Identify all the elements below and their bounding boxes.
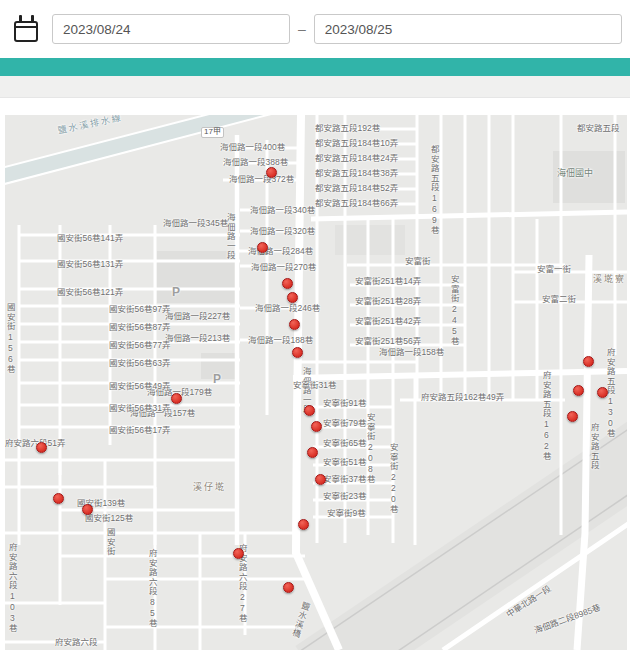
street-label: 府安路五段162巷49弄 bbox=[421, 393, 504, 402]
street-label: 安富街 bbox=[405, 257, 431, 266]
street-label: 安寧街220巷 bbox=[388, 443, 397, 514]
calendar-icon[interactable] bbox=[14, 21, 38, 42]
badge-label: 17甲 bbox=[201, 127, 224, 138]
street-label: 都安路五段184巷38弄 bbox=[315, 169, 398, 178]
street-label: 國安街56巷141弄 bbox=[57, 234, 123, 243]
map-marker[interactable] bbox=[287, 292, 298, 303]
street-label: 安富一街 bbox=[537, 265, 571, 274]
street-label: 海佃路一段 bbox=[225, 213, 234, 261]
map-marker[interactable] bbox=[171, 393, 182, 404]
map-marker[interactable] bbox=[266, 167, 277, 178]
street-label: 安寧街23巷 bbox=[323, 492, 366, 501]
street-label: 安富街251巷56弄 bbox=[355, 337, 421, 346]
parking-icon: P bbox=[172, 285, 180, 299]
school-label: 海佃國中 bbox=[557, 169, 593, 179]
street-label: 國安街125巷 bbox=[85, 514, 133, 523]
progress-bar bbox=[0, 58, 630, 76]
street-label: 國安街56巷31弄 bbox=[109, 404, 170, 413]
toolbar-strip bbox=[0, 76, 630, 98]
street-label: 海佃路一段213巷 bbox=[165, 334, 230, 343]
map-marker[interactable] bbox=[289, 319, 300, 330]
street-label: 安寧街9巷 bbox=[327, 509, 366, 518]
map-marker[interactable] bbox=[292, 347, 303, 358]
map-marker[interactable] bbox=[283, 582, 294, 593]
map-marker[interactable] bbox=[282, 278, 293, 289]
street-label: 國安街56巷97弄 bbox=[109, 305, 170, 314]
street-label: 國安街56巷87弄 bbox=[109, 323, 170, 332]
street-label: 府安路五段 bbox=[589, 423, 598, 471]
map-marker[interactable] bbox=[257, 242, 268, 253]
parking-icon: P bbox=[213, 372, 221, 386]
street-label: 安寧街91巷 bbox=[323, 399, 366, 408]
map-overlay: 鹽水溪排水線17甲海佃路一段400巷海佃路一段388巷海佃路一段372巷都安路五… bbox=[5, 115, 627, 650]
place-label: 溪墘寮 bbox=[593, 275, 626, 285]
street-label: 海佃路一段246巷 bbox=[255, 304, 320, 313]
end-date-input[interactable] bbox=[314, 14, 622, 44]
street-label: 國安街156巷 bbox=[5, 303, 14, 374]
street-label: 府安路六段 bbox=[55, 638, 98, 647]
street-label: 海佃路一段270巷 bbox=[251, 263, 316, 272]
map-marker[interactable] bbox=[583, 356, 594, 367]
start-date-input[interactable] bbox=[52, 14, 290, 44]
street-label: 安富街251巷14弄 bbox=[355, 277, 421, 286]
map-marker[interactable] bbox=[315, 474, 326, 485]
street-label: 海佃路一段158巷 bbox=[379, 348, 444, 357]
street-label: 都安路五段184巷24弄 bbox=[315, 154, 398, 163]
street-label: 府安路五段162巷 bbox=[541, 371, 550, 461]
street-label: 安寧街31巷 bbox=[293, 381, 336, 390]
street-label: 都安路五段184巷66弄 bbox=[315, 199, 398, 208]
map-marker[interactable] bbox=[567, 411, 578, 422]
street-label: 海佃路一段400巷 bbox=[220, 143, 285, 152]
street-label: 安富街245巷 bbox=[449, 275, 458, 346]
map-marker[interactable] bbox=[298, 519, 309, 530]
street-label: 都安路五段169巷 bbox=[429, 145, 438, 235]
street-label: 安寧街51巷 bbox=[323, 458, 366, 467]
street-label: 安富街251巷42弄 bbox=[355, 317, 421, 326]
place-label: 溪仔墘 bbox=[193, 483, 226, 493]
street-label: 國安街 bbox=[105, 528, 114, 557]
map-marker[interactable] bbox=[307, 447, 318, 458]
street-label: 海佃路一段227巷 bbox=[165, 312, 230, 321]
water-label: 鹽水溪排水線 bbox=[57, 115, 124, 137]
map-marker[interactable] bbox=[53, 493, 64, 504]
street-label: 國安街56巷17弄 bbox=[109, 426, 170, 435]
map-marker[interactable] bbox=[311, 421, 322, 432]
street-label: 都安路五段 bbox=[577, 124, 620, 133]
street-label: 安寧街79巷 bbox=[323, 419, 366, 428]
street-label: 國安街56巷63弄 bbox=[109, 359, 170, 368]
street-label: 府安路六段85巷 bbox=[147, 549, 156, 628]
map-marker[interactable] bbox=[597, 387, 608, 398]
street-label: 都安路五段184巷10弄 bbox=[315, 139, 398, 148]
street-label: 鹽水溪橋 bbox=[289, 600, 310, 639]
street-label: 海佃路二段8985巷 bbox=[533, 603, 602, 636]
map-marker[interactable] bbox=[82, 504, 93, 515]
street-label: 國安街56巷131弄 bbox=[57, 260, 123, 269]
street-label: 海佃路一段188巷 bbox=[248, 336, 313, 345]
street-label: 安寧街208巷 bbox=[365, 413, 374, 484]
street-label: 海佃路一段388巷 bbox=[223, 158, 288, 167]
street-label: 府安路六段103巷 bbox=[7, 543, 16, 633]
map-marker[interactable] bbox=[36, 442, 47, 453]
street-label: 都安路五段192巷 bbox=[315, 124, 380, 133]
map-marker[interactable] bbox=[233, 548, 244, 559]
street-label: 安富二街 bbox=[542, 295, 576, 304]
map-marker[interactable] bbox=[304, 405, 315, 416]
map[interactable]: 鹽水溪排水線17甲海佃路一段400巷海佃路一段388巷海佃路一段372巷都安路五… bbox=[5, 115, 627, 650]
street-label: 中華北路一段 bbox=[505, 584, 553, 620]
date-range-separator: – bbox=[298, 21, 306, 37]
date-range-toolbar: – bbox=[0, 0, 630, 58]
street-label: 海佃路一段320巷 bbox=[250, 227, 315, 236]
street-label: 國安街56巷49弄 bbox=[109, 382, 170, 391]
street-label: 海佃路一段345巷 bbox=[163, 219, 228, 228]
map-marker[interactable] bbox=[573, 385, 584, 396]
street-label: 安富街251巷28弄 bbox=[355, 297, 421, 306]
street-label: 國安街56巷121弄 bbox=[57, 288, 123, 297]
street-label: 海佃路一段372巷 bbox=[229, 175, 294, 184]
street-label: 國安街56巷77弄 bbox=[109, 341, 170, 350]
street-label: 都安路五段184巷52弄 bbox=[315, 184, 398, 193]
street-label: 安寧街37巷 bbox=[323, 475, 366, 484]
street-label: 海佃路一段340巷 bbox=[250, 206, 315, 215]
street-label: 安寧街65巷 bbox=[323, 439, 366, 448]
